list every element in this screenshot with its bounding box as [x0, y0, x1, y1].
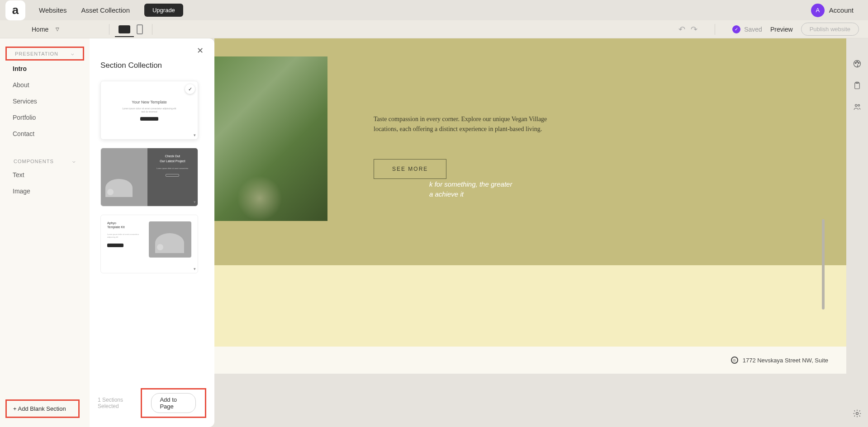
- hero-quote: k for something, the greater a achieve i…: [429, 179, 512, 199]
- publish-button[interactable]: Publish website: [801, 23, 859, 36]
- check-icon: ✓: [185, 84, 195, 94]
- panel-title: Section Collection: [100, 61, 204, 70]
- sidebar-item-portfolio[interactable]: Portfolio: [0, 109, 90, 126]
- svg-point-7: [858, 104, 860, 106]
- sidebar-item-contact[interactable]: Contact: [0, 126, 90, 142]
- chevron-down-icon[interactable]: ▾: [194, 200, 196, 204]
- thumb-text: Lorem ipsum dolor sit amet consectetur a…: [122, 107, 176, 113]
- chevron-down-icon: ▽: [56, 27, 59, 32]
- redo-icon[interactable]: ↷: [691, 24, 697, 34]
- scrollbar[interactable]: [822, 219, 825, 310]
- mobile-device-icon[interactable]: [137, 24, 143, 34]
- sidebar-item-intro[interactable]: Intro: [0, 61, 90, 77]
- account-link[interactable]: Account: [829, 6, 854, 14]
- close-icon[interactable]: ✕: [197, 46, 204, 56]
- svg-point-6: [855, 104, 858, 107]
- page-name: Home: [32, 26, 48, 33]
- svg-point-1: [855, 62, 856, 64]
- hero-description: Taste compassion in every corner. Explor…: [374, 114, 550, 135]
- thumb-heading: Check Out: [152, 155, 193, 158]
- svg-point-2: [857, 61, 858, 63]
- chevron-down-icon[interactable]: ▾: [194, 267, 196, 271]
- clipboard-icon[interactable]: [853, 81, 862, 90]
- toolbar: Home ▽ ↶ ↷ ✓ Saved Preview Publish websi…: [0, 20, 868, 38]
- people-icon[interactable]: [853, 103, 862, 112]
- sidebar-item-about[interactable]: About: [0, 77, 90, 93]
- nav-asset-collection[interactable]: Asset Collection: [81, 6, 130, 14]
- svg-point-8: [856, 413, 859, 415]
- nav-websites[interactable]: Websites: [39, 6, 66, 14]
- sidebar-item-text[interactable]: Text: [0, 167, 90, 183]
- preview-link[interactable]: Preview: [770, 26, 793, 33]
- see-more-button[interactable]: SEE MORE: [374, 159, 446, 179]
- section-thumb-1[interactable]: ✓ Your New Template Lorem ipsum dolor si…: [100, 81, 198, 140]
- sidebar-item-image[interactable]: Image: [0, 183, 90, 199]
- footer-section[interactable]: ◎ 1772 Nevskaya Street NW, Suite: [214, 347, 846, 374]
- add-blank-section-button[interactable]: + Add Blank Section: [5, 399, 80, 418]
- chevron-down-icon: ⌵: [71, 51, 75, 56]
- right-tools: [846, 38, 868, 427]
- hero-section[interactable]: lame k for something, the greater a achi…: [214, 38, 846, 265]
- sidebar-item-services[interactable]: Services: [0, 93, 90, 109]
- yellow-section[interactable]: [214, 265, 846, 347]
- upgrade-button[interactable]: Upgrade: [144, 4, 183, 17]
- saved-label: Saved: [744, 26, 762, 33]
- page-selector[interactable]: Home ▽: [9, 26, 100, 33]
- category-label: COMPONENTS: [14, 159, 54, 164]
- gear-icon[interactable]: [853, 409, 862, 418]
- saved-indicator: ✓ Saved: [732, 25, 762, 33]
- divider: [109, 24, 109, 35]
- undo-icon[interactable]: ↶: [678, 24, 685, 34]
- thumb-sub: Template Kit: [107, 225, 144, 229]
- divider: [152, 24, 152, 35]
- thumb-title: Your New Template: [122, 100, 176, 104]
- category-presentation[interactable]: PRESENTATION ⌵: [5, 47, 84, 61]
- location-icon: ◎: [731, 357, 738, 364]
- palette-icon[interactable]: [853, 59, 862, 68]
- section-panel: ✕ Section Collection ✓ Your New Template…: [90, 38, 214, 427]
- chevron-down-icon[interactable]: ▾: [194, 133, 196, 137]
- thumb-sub: Our Latest Project: [152, 160, 193, 163]
- footer-address: 1772 Nevskaya Street NW, Suite: [743, 357, 828, 364]
- svg-point-3: [858, 62, 859, 64]
- desktop-device-icon[interactable]: [119, 25, 130, 33]
- avatar[interactable]: A: [811, 4, 825, 17]
- hero-image: [214, 56, 327, 221]
- logo[interactable]: a: [5, 0, 25, 20]
- top-header: a Websites Asset Collection Upgrade A Ac…: [0, 0, 868, 20]
- chevron-down-icon: ⌵: [72, 158, 76, 164]
- section-thumb-2[interactable]: Check Out Our Latest Project Lorem ipsum…: [100, 148, 198, 206]
- add-to-page-button[interactable]: Add to Page: [141, 388, 206, 418]
- divider: [715, 24, 715, 35]
- left-sidebar: PRESENTATION ⌵ Intro About Services Port…: [0, 38, 90, 427]
- selected-count: 1 Sections Selected: [98, 397, 141, 409]
- category-label: PRESENTATION: [15, 51, 58, 56]
- thumb-title: Aphyo: [107, 221, 144, 225]
- category-components[interactable]: COMPONENTS ⌵: [5, 155, 84, 167]
- canvas-area[interactable]: lame k for something, the greater a achi…: [214, 38, 846, 427]
- section-thumb-3[interactable]: Aphyo Template Kit Lorem ipsum dolor sit…: [100, 215, 198, 273]
- check-icon: ✓: [732, 25, 740, 33]
